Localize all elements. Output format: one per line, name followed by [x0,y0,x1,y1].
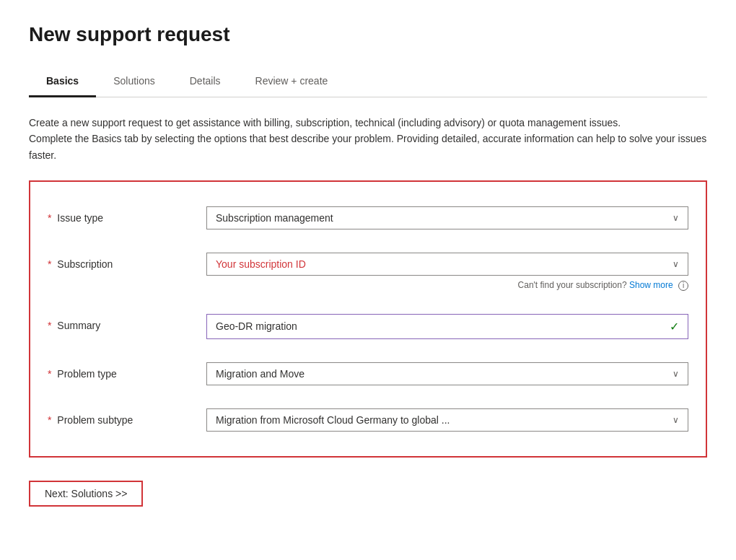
issue-type-chevron-icon: ∨ [673,213,679,223]
issue-type-value: Subscription management [216,212,673,224]
form-container: * Issue type Subscription management ∨ *… [29,180,707,458]
description-line1: Create a new support request to get assi… [29,117,621,128]
next-solutions-button[interactable]: Next: Solutions >> [29,481,143,507]
problem-type-dropdown[interactable]: Migration and Move ∨ [206,362,688,385]
subscription-info-icon[interactable]: i [678,281,688,291]
problem-type-field: Migration and Move ∨ [206,362,688,385]
required-star-issue: * [48,212,51,224]
summary-input[interactable]: Geo-DR migration ✓ [206,314,688,339]
issue-type-row: * Issue type Subscription management ∨ [48,196,688,240]
subscription-value: Your subscription ID [216,258,673,270]
summary-label: * Summary [48,314,206,331]
subscription-show-more-link[interactable]: Show more [629,280,673,290]
page-title: New support request [29,23,707,46]
tab-review-create[interactable]: Review + create [238,66,346,97]
issue-type-field: Subscription management ∨ [206,206,688,229]
subscription-helper: Can't find your subscription? Show more … [206,280,688,291]
problem-subtype-chevron-icon: ∨ [673,415,679,425]
tab-bar: Basics Solutions Details Review + create [29,66,707,97]
tab-solutions[interactable]: Solutions [96,66,172,97]
required-star-summary: * [48,320,51,331]
subscription-chevron-icon: ∨ [673,259,679,269]
problem-subtype-label: * Problem subtype [48,408,206,426]
issue-type-label: * Issue type [48,206,206,224]
subscription-helper-text: Can't find your subscription? [518,280,627,290]
problem-subtype-value: Migration from Microsoft Cloud Germany t… [216,414,673,426]
summary-check-icon: ✓ [670,320,679,333]
required-star-problem-subtype: * [48,414,51,426]
required-star-problem-type: * [48,368,51,380]
subscription-dropdown[interactable]: Your subscription ID ∨ [206,253,688,276]
problem-subtype-field: Migration from Microsoft Cloud Germany t… [206,408,688,432]
tab-basics[interactable]: Basics [29,66,96,97]
problem-type-chevron-icon: ∨ [673,369,679,379]
problem-type-label: * Problem type [48,362,206,380]
problem-type-row: * Problem type Migration and Move ∨ [48,352,688,395]
summary-field: Geo-DR migration ✓ [206,314,688,339]
problem-subtype-dropdown[interactable]: Migration from Microsoft Cloud Germany t… [206,408,688,432]
tab-details[interactable]: Details [172,66,238,97]
problem-type-value: Migration and Move [216,368,673,380]
problem-subtype-row: * Problem subtype Migration from Microso… [48,398,688,442]
required-star-subscription: * [48,258,51,270]
summary-value: Geo-DR migration [216,320,297,332]
subscription-label: * Subscription [48,253,206,270]
issue-type-dropdown[interactable]: Subscription management ∨ [206,206,688,229]
summary-row: * Summary Geo-DR migration ✓ [48,304,688,349]
description-text: Create a new support request to get assi… [29,115,707,163]
subscription-row: * Subscription Your subscription ID ∨ Ca… [48,242,688,301]
description-line2: Complete the Basics tab by selecting the… [29,133,706,160]
subscription-field: Your subscription ID ∨ Can't find your s… [206,253,688,291]
